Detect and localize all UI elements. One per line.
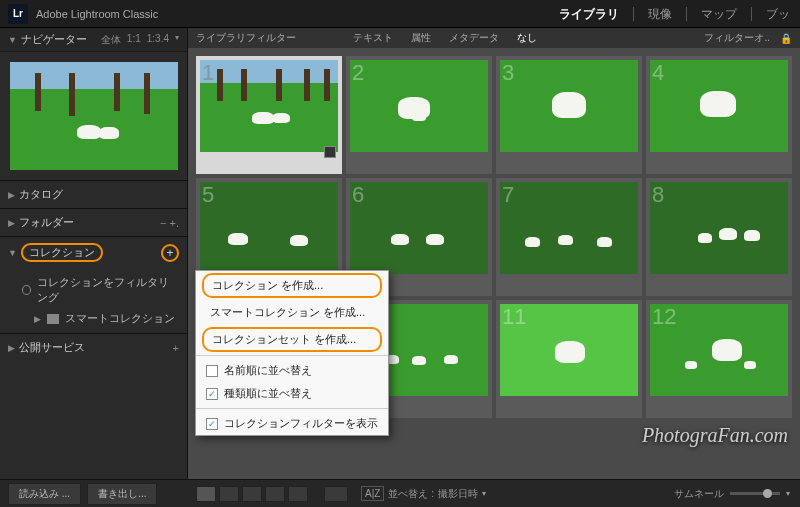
circle-icon [22, 285, 31, 295]
smart-collection-item[interactable]: ▶スマートコレクション [0, 308, 187, 329]
filter-meta[interactable]: メタデータ [445, 31, 503, 45]
filter-attr[interactable]: 属性 [407, 31, 435, 45]
sort-name-label: 名前順に並べ替え [224, 363, 312, 378]
menu-create-smart-collection[interactable]: スマートコレクション を作成... [196, 300, 388, 325]
panel-collections[interactable]: ▼コレクション + [0, 237, 187, 268]
grid-cell[interactable]: 12 [646, 300, 792, 418]
cell-index: 1 [202, 60, 214, 86]
sort-field-dropdown[interactable]: 撮影日時 [438, 487, 478, 501]
nav-1-1[interactable]: 1:1 [127, 33, 141, 47]
panel-publish[interactable]: ▶公開サービス+ [0, 334, 187, 361]
cell-index: 4 [652, 60, 664, 86]
navigator-header[interactable]: ▼ナビゲーター 全体 1:1 1:3.4 ▾ [0, 28, 187, 52]
module-library[interactable]: ライブラリ [559, 6, 619, 23]
add-collection-button[interactable]: + [161, 244, 179, 262]
filter-preset-dropdown[interactable]: フィルターオ.. [704, 31, 770, 45]
cell-index: 2 [352, 60, 364, 86]
cell-index: 8 [652, 182, 664, 208]
thumbnail-image [200, 60, 338, 152]
loupe-view-icon[interactable] [219, 486, 239, 502]
checkbox-icon [206, 365, 218, 377]
grid-cell[interactable]: 3 [496, 56, 642, 174]
chevron-right-icon: ▶ [8, 190, 15, 200]
module-book[interactable]: ブッ [766, 6, 790, 23]
menu-show-collection-filter[interactable]: ✓コレクションフィルターを表示 [196, 412, 388, 435]
grid-cell[interactable]: 7 [496, 178, 642, 296]
grid-view-icon[interactable] [196, 486, 216, 502]
thumbnail-image [350, 182, 488, 274]
plus-icon: + [166, 246, 173, 260]
compare-view-icon[interactable] [242, 486, 262, 502]
sort-label: 並べ替え : [388, 487, 434, 501]
chevron-down-icon[interactable]: ▾ [786, 489, 790, 498]
module-develop[interactable]: 現像 [648, 6, 672, 23]
smart-collection-label: スマートコレクション [65, 311, 175, 326]
grid-cell[interactable]: 1 [196, 56, 342, 174]
panel-catalog[interactable]: ▶カタログ [0, 181, 187, 208]
people-view-icon[interactable] [288, 486, 308, 502]
survey-view-icon[interactable] [265, 486, 285, 502]
navigator-preview[interactable] [0, 52, 187, 180]
catalog-label: カタログ [19, 187, 63, 202]
chevron-down-icon[interactable]: ▾ [175, 33, 179, 47]
grid-cell[interactable]: 4 [646, 56, 792, 174]
app-title: Adobe Lightroom Classic [36, 8, 158, 20]
thumbnail-image [350, 60, 488, 152]
chevron-right-icon: ▶ [8, 343, 15, 353]
painter-icon[interactable] [324, 486, 348, 502]
filter-label: ライブラリフィルター [196, 31, 339, 45]
menu-sort-by-name[interactable]: 名前順に並べ替え [196, 359, 388, 382]
thumbnail-size-slider[interactable] [730, 492, 780, 495]
thumbnail-image [650, 60, 788, 152]
publish-label: 公開サービス [19, 340, 85, 355]
menu-sort-by-kind[interactable]: ✓種類順に並べ替え [196, 382, 388, 405]
chevron-down-icon: ▼ [8, 35, 17, 45]
titlebar: Lr Adobe Lightroom Classic ライブラリ 現像 マップ … [0, 0, 800, 28]
folders-label: フォルダー [19, 215, 74, 230]
lock-icon[interactable]: 🔒 [780, 33, 792, 44]
cell-index: 5 [202, 182, 214, 208]
checkbox-icon: ✓ [206, 418, 218, 430]
nav-ratio[interactable]: 1:3.4 [147, 33, 169, 47]
chevron-down-icon: ▼ [8, 248, 17, 258]
nav-fit[interactable]: 全体 [101, 33, 121, 47]
sort-kind-label: 種類順に並べ替え [224, 386, 312, 401]
menu-create-collection[interactable]: コレクション を作成... [202, 273, 382, 298]
cell-index: 7 [502, 182, 514, 208]
chevron-down-icon: ▾ [482, 489, 486, 498]
menu-create-collection-set[interactable]: コレクションセット を作成... [202, 327, 382, 352]
grid-cell[interactable]: 2 [346, 56, 492, 174]
thumbnail-image [500, 182, 638, 274]
library-filter-bar: ライブラリフィルター テキスト 属性 メタデータ なし フィルターオ.. 🔒 [188, 28, 800, 48]
thumbnail-size-label: サムネール [674, 487, 724, 501]
cell-index: 6 [352, 182, 364, 208]
chevron-right-icon: ▶ [8, 218, 15, 228]
thumbnail-image [650, 182, 788, 274]
export-button[interactable]: 書き出し... [87, 483, 157, 505]
cell-index: 11 [502, 304, 526, 330]
flag-icon[interactable] [324, 146, 336, 158]
checkbox-icon: ✓ [206, 388, 218, 400]
thumbnail-image [200, 182, 338, 274]
app-logo: Lr [8, 4, 28, 24]
left-panel: ▼ナビゲーター 全体 1:1 1:3.4 ▾ ▶カタログ ▶フォルダー− +. [0, 28, 188, 479]
filter-text[interactable]: テキスト [349, 31, 397, 45]
thumbnail-image [500, 60, 638, 152]
bottom-toolbar: 読み込み ... 書き出し... A|Z 並べ替え : 撮影日時 ▾ サムネール… [0, 479, 800, 507]
chevron-right-icon: ▶ [34, 314, 41, 324]
panel-folders[interactable]: ▶フォルダー− +. [0, 209, 187, 236]
collection-filter-input[interactable]: コレクションをフィルタリング [0, 272, 187, 308]
grid-cell[interactable]: 11 [496, 300, 642, 418]
module-picker: ライブラリ 現像 マップ ブッ [549, 0, 800, 28]
import-button[interactable]: 読み込み ... [8, 483, 81, 505]
collection-filter-label: コレクションをフィルタリング [37, 275, 177, 305]
module-map[interactable]: マップ [701, 6, 737, 23]
show-filter-label: コレクションフィルターを表示 [224, 416, 378, 431]
sort-az-icon[interactable]: A|Z [361, 486, 384, 501]
stack-icon [47, 314, 59, 324]
filter-none[interactable]: なし [513, 31, 541, 45]
collections-label: コレクション [21, 243, 103, 262]
grid-cell[interactable]: 8 [646, 178, 792, 296]
cell-index: 12 [652, 304, 676, 330]
collections-context-menu: コレクション を作成... スマートコレクション を作成... コレクションセッ… [195, 270, 389, 436]
